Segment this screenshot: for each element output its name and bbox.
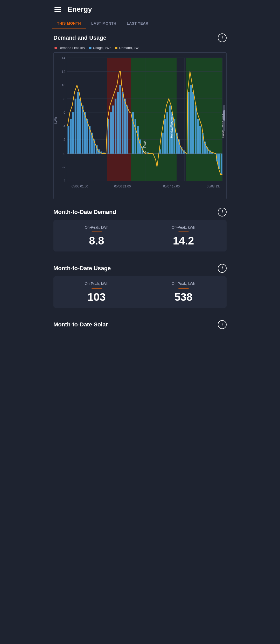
svg-rect-52 (122, 92, 123, 153)
chart-legend: Demand Limit kW Usage, kWh Demand, kW (53, 46, 227, 50)
svg-rect-34 (77, 92, 79, 153)
demand-usage-section: Demand and Usage i Demand Limit kW Usage… (49, 29, 231, 199)
svg-text:6: 6 (64, 110, 65, 114)
usage-offpeak-underline (178, 288, 189, 289)
svg-text:Holiday/Weekend: Holiday/Weekend (170, 114, 173, 138)
svg-text:0: 0 (64, 152, 65, 156)
month-usage-section: Month-to-Date Usage i (49, 260, 231, 273)
svg-rect-30 (67, 126, 69, 154)
svg-rect-97 (223, 110, 225, 121)
month-usage-title: Month-to-Date Usage (53, 265, 111, 272)
month-usage-stats: On-Peak, kWh 103 Off-Peak, kWh 538 (49, 276, 231, 312)
svg-text:05/07 17:00: 05/07 17:00 (163, 185, 180, 188)
svg-rect-87 (218, 154, 220, 169)
usage-offpeak-label: Off-Peak, kWh (172, 282, 195, 286)
svg-rect-80 (199, 126, 201, 154)
svg-rect-48 (112, 106, 114, 154)
svg-text:-4: -4 (62, 179, 66, 183)
svg-text:05/06 01:00: 05/06 01:00 (72, 185, 88, 188)
demand-onpeak-value: 8.8 (89, 235, 104, 246)
tab-last-year[interactable]: LAST YEAR (122, 18, 154, 29)
month-solar-header: Month-to-Date Solar i (53, 320, 227, 329)
menu-button[interactable] (54, 7, 61, 12)
usage-onpeak-value: 103 (87, 292, 106, 303)
svg-rect-36 (82, 106, 83, 154)
svg-text:14: 14 (62, 56, 66, 60)
svg-rect-32 (72, 112, 74, 153)
svg-rect-75 (188, 92, 190, 153)
month-solar-title: Month-to-Date Solar (53, 321, 108, 328)
legend-dot-demand-limit (54, 47, 57, 49)
legend-dot-demand (115, 47, 117, 49)
legend-dot-usage (89, 47, 92, 49)
svg-rect-64 (159, 149, 161, 153)
tab-bar: THIS MONTH LAST MONTH LAST YEAR (49, 18, 231, 29)
month-usage-header: Month-to-Date Usage i (53, 264, 227, 273)
month-demand-stats: On-Peak, kWh 8.8 Off-Peak, kWh 14.2 (49, 220, 231, 256)
svg-rect-66 (164, 119, 166, 153)
usage-onpeak-underline (92, 288, 102, 289)
app-header: Energy (49, 0, 231, 18)
svg-text:On-Peak: On-Peak (143, 140, 146, 153)
legend-demand-limit: Demand Limit kW (54, 46, 85, 50)
svg-text:12: 12 (62, 70, 66, 74)
svg-rect-50 (117, 92, 119, 153)
legend-demand: Demand, kW (115, 46, 138, 50)
svg-rect-47 (110, 112, 112, 153)
svg-rect-55 (132, 112, 134, 153)
svg-rect-79 (197, 119, 199, 153)
svg-rect-65 (162, 133, 164, 154)
usage-onpeak-card: On-Peak, kWh 103 (53, 276, 140, 308)
demand-offpeak-underline (178, 232, 189, 232)
tab-last-month[interactable]: LAST MONTH (86, 18, 122, 29)
svg-rect-35 (79, 99, 81, 154)
svg-text:05/06 21:00: 05/06 21:00 (114, 185, 131, 188)
svg-rect-78 (195, 106, 197, 154)
usage-stats-grid: On-Peak, kWh 103 Off-Peak, kWh 538 (53, 276, 227, 308)
svg-text:-2: -2 (62, 165, 66, 169)
svg-text:kWh: kWh (54, 117, 58, 124)
demand-usage-header: Demand and Usage i (53, 33, 227, 42)
chart-svg: 14 12 10 8 6 4 2 0 -2 -4 kWh (54, 53, 226, 199)
month-demand-title: Month-to-Date Demand (53, 209, 116, 215)
svg-text:2: 2 (64, 138, 65, 142)
demand-onpeak-card: On-Peak, kWh 8.8 (53, 220, 140, 251)
svg-rect-56 (135, 119, 136, 153)
demand-usage-chart: 14 12 10 8 6 4 2 0 -2 -4 kWh (53, 52, 227, 199)
month-demand-header: Month-to-Date Demand i (53, 208, 227, 216)
svg-rect-31 (70, 119, 72, 153)
svg-rect-33 (75, 99, 76, 154)
month-solar-info-button[interactable]: i (218, 320, 227, 329)
svg-text:10: 10 (62, 83, 66, 87)
svg-rect-54 (127, 106, 128, 154)
svg-rect-67 (166, 112, 168, 153)
demand-stats-grid: On-Peak, kWh 8.8 Off-Peak, kWh 14.2 (53, 220, 227, 251)
demand-offpeak-card: Off-Peak, kWh 14.2 (140, 220, 227, 251)
month-solar-section: Month-to-Date Solar i (49, 316, 231, 340)
month-demand-info-button[interactable]: i (218, 208, 227, 216)
demand-onpeak-underline (92, 232, 102, 232)
svg-text:05/08 13:: 05/08 13: (207, 185, 220, 188)
demand-offpeak-label: Off-Peak, kWh (172, 225, 195, 229)
usage-offpeak-value: 538 (174, 292, 192, 303)
svg-rect-51 (119, 85, 121, 153)
month-demand-section: Month-to-Date Demand i (49, 204, 231, 216)
svg-rect-88 (221, 154, 222, 175)
legend-usage: Usage, kWh (89, 46, 111, 50)
usage-onpeak-label: On-Peak, kWh (85, 282, 108, 286)
demand-usage-info-button[interactable]: i (218, 33, 227, 42)
svg-rect-46 (108, 119, 109, 153)
svg-rect-77 (192, 92, 194, 153)
svg-rect-53 (124, 99, 126, 154)
tab-this-month[interactable]: THIS MONTH (52, 18, 86, 29)
svg-text:4: 4 (64, 124, 65, 128)
demand-offpeak-value: 14.2 (173, 235, 194, 246)
svg-rect-49 (115, 99, 116, 154)
page-title: Energy (67, 5, 92, 13)
svg-rect-37 (84, 112, 86, 153)
usage-offpeak-card: Off-Peak, kWh 538 (140, 276, 227, 308)
demand-onpeak-label: On-Peak, kWh (85, 225, 108, 229)
month-usage-info-button[interactable]: i (218, 264, 227, 273)
svg-text:8: 8 (64, 97, 65, 101)
svg-rect-76 (190, 85, 192, 153)
